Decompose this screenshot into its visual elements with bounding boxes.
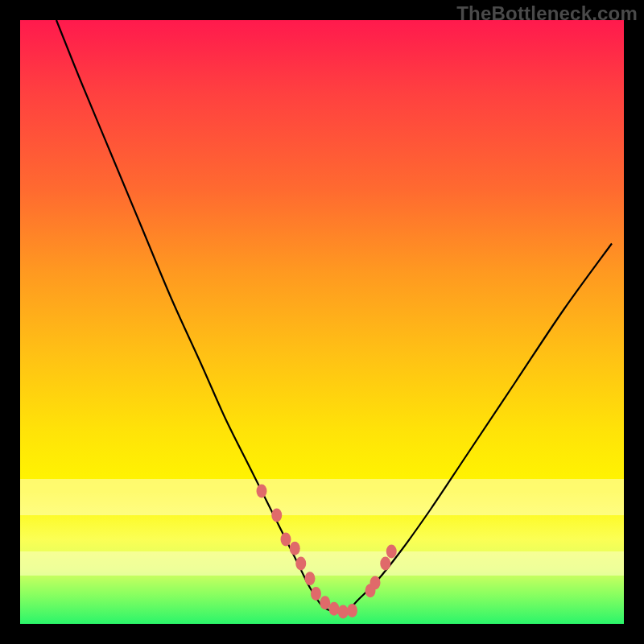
highlight-dot — [370, 576, 381, 590]
highlight-dot — [347, 604, 357, 617]
chart-frame — [20, 20, 624, 624]
highlight-dot — [329, 602, 340, 616]
highlight-dot — [290, 542, 300, 555]
watermark-text: TheBottleneck.com — [456, 2, 638, 25]
highlight-dot — [311, 587, 321, 601]
highlight-dot — [380, 557, 390, 571]
highlight-dot — [295, 557, 306, 571]
highlight-dot — [281, 533, 291, 547]
highlight-dot — [271, 509, 282, 522]
highlight-dot — [338, 605, 349, 619]
bottleneck-curve-svg — [20, 20, 624, 624]
bottleneck-curve — [56, 20, 612, 613]
highlight-dots-group — [257, 485, 397, 619]
highlight-dot — [386, 545, 397, 559]
highlight-dot — [305, 572, 316, 585]
highlight-dot — [257, 485, 267, 498]
highlight-dot — [320, 596, 330, 609]
